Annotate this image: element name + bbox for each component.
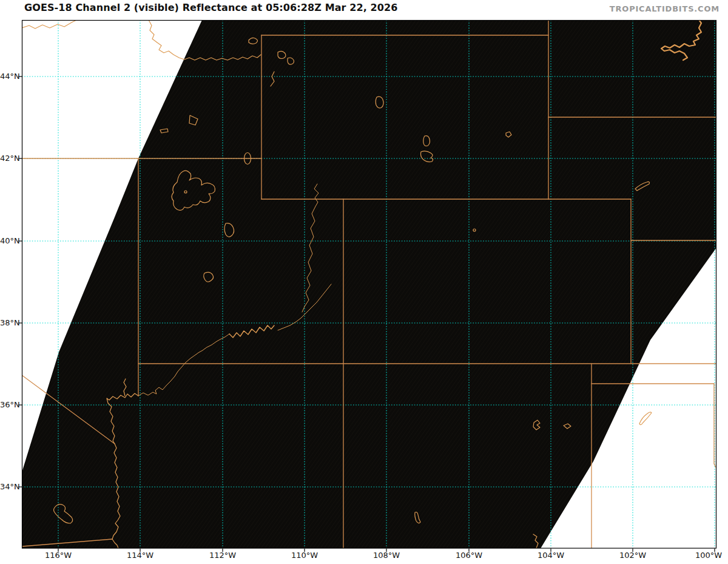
x-axis-label: 114°W	[121, 551, 160, 560]
y-axis-label: 36°N	[0, 400, 18, 410]
x-axis-label: 100°W	[689, 551, 728, 560]
satellite-image-view: GOES-18 Channel 2 (visible) Reflectance …	[0, 0, 728, 564]
watermark: TROPICALTIDBITS.COM	[610, 4, 720, 13]
y-axis-label: 38°N	[0, 318, 18, 328]
y-axis-label: 34°N	[0, 482, 18, 492]
x-axis-label: 116°W	[39, 551, 78, 560]
y-axis-label: 44°N	[0, 72, 18, 81]
x-axis-label: 106°W	[450, 551, 488, 560]
x-axis-label: 102°W	[613, 551, 652, 560]
image-title: GOES-18 Channel 2 (visible) Reflectance …	[24, 2, 398, 13]
y-axis-label: 40°N	[0, 236, 18, 246]
x-axis-label: 112°W	[203, 551, 242, 560]
x-axis-label: 110°W	[285, 551, 324, 560]
map-canvas	[0, 0, 728, 564]
x-axis-label: 104°W	[531, 551, 570, 560]
x-axis-label: 108°W	[367, 551, 406, 560]
y-axis-label: 42°N	[0, 154, 18, 163]
